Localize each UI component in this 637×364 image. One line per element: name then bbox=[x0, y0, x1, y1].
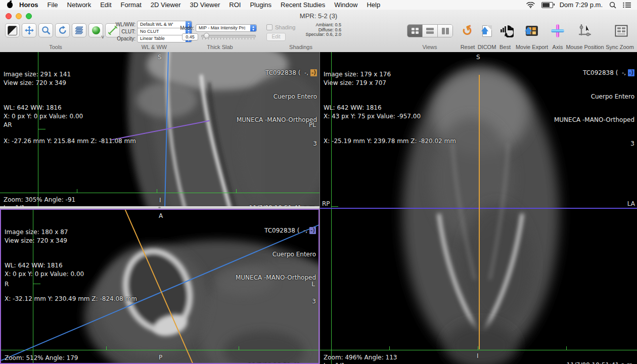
orientation-top: A bbox=[159, 212, 163, 219]
views-rows-button[interactable] bbox=[422, 25, 437, 37]
menu-2d-viewer[interactable]: 2D Viewer bbox=[146, 1, 186, 9]
menu-edit[interactable]: Edit bbox=[96, 1, 116, 9]
mpr-viewer-area: Image size: 291 x 141View size: 720 x 34… bbox=[0, 52, 637, 364]
opacity-row: Opacity: Linear Table▲▼ bbox=[109, 35, 192, 42]
best-label: Best bbox=[495, 44, 515, 50]
orientation-right: PL bbox=[309, 121, 316, 128]
apple-menu-icon[interactable] bbox=[7, 2, 13, 8]
orientation-bottom: P bbox=[159, 354, 162, 361]
slider-thumb-icon[interactable] bbox=[204, 33, 209, 38]
stepper-icon: ▲▼ bbox=[250, 25, 256, 31]
magnifier-icon bbox=[41, 26, 51, 35]
study-info-overlay: TC092838 ( -, -) Cuerpo Entero MUNECA -M… bbox=[236, 211, 316, 321]
notification-center-icon[interactable] bbox=[623, 2, 631, 8]
mpr-panel-coronal[interactable]: Image size: 179 x 176View size: 719 x 70… bbox=[320, 52, 637, 364]
stack-scroll-tool-button[interactable] bbox=[72, 23, 86, 37]
orientation-right: LA bbox=[627, 200, 635, 207]
orientation-bottom: I bbox=[159, 197, 161, 204]
orientation-top: S bbox=[476, 54, 480, 61]
crosshair-tick bbox=[157, 189, 157, 193]
mpr-panel-sagittal[interactable]: Image size: 291 x 141View size: 720 x 34… bbox=[0, 52, 320, 206]
orientation-right: L bbox=[311, 281, 315, 288]
grid-rows-icon bbox=[426, 28, 434, 34]
wlww-contrast-tool-button[interactable] bbox=[5, 23, 20, 37]
shading-edit-button[interactable]: Edit bbox=[266, 33, 286, 41]
crosshair-tick bbox=[106, 346, 107, 350]
menu-network[interactable]: Network bbox=[63, 1, 96, 9]
slab-thickness-field[interactable]: 0.45 bbox=[182, 33, 198, 40]
crosshair-tick bbox=[239, 346, 239, 350]
rotate-icon bbox=[58, 26, 67, 35]
shading-checkbox-row: Shading bbox=[266, 24, 295, 30]
menu-3d-viewer[interactable]: 3D Viewer bbox=[186, 1, 225, 9]
views-segmented-control bbox=[407, 24, 453, 37]
grid-columns-icon bbox=[442, 28, 449, 34]
mouse-position-label: Mouse Position bbox=[564, 44, 606, 50]
shading-checkbox[interactable] bbox=[266, 24, 272, 30]
sync-zoom-button[interactable] bbox=[613, 23, 630, 39]
orientation-left: RP bbox=[322, 200, 330, 207]
menu-plugins[interactable]: Plugins bbox=[245, 1, 276, 9]
slab-thickness-slider[interactable] bbox=[201, 33, 256, 40]
menu-format[interactable]: Format bbox=[116, 1, 146, 9]
views-section-label: Views bbox=[404, 44, 455, 50]
date-branding-overlay: 11/7/09 10:51:41 a.m.Made In Horos bbox=[248, 345, 316, 364]
series-color-badge: -) bbox=[309, 227, 316, 234]
crosshair-tick bbox=[77, 189, 77, 193]
opacity-label: Opacity: bbox=[109, 36, 135, 41]
rotate-tool-button[interactable] bbox=[55, 23, 70, 37]
mouse-position-icon bbox=[577, 23, 593, 38]
reset-button[interactable]: ↺ bbox=[459, 23, 476, 39]
mpr-panel-axial-selected[interactable]: Image size: 180 x 87View size: 720 x 349… bbox=[0, 209, 320, 364]
sphere-icon bbox=[92, 26, 100, 34]
views-2x2-button[interactable] bbox=[407, 25, 422, 37]
clut-label: CLUT: bbox=[109, 29, 135, 34]
zoom-tool-button[interactable] bbox=[38, 23, 53, 37]
reset-icon: ↺ bbox=[460, 22, 475, 40]
layers-icon bbox=[74, 26, 84, 35]
horos-mpr-window: Horos File Network Edit Format 2D Viewer… bbox=[0, 0, 637, 364]
upload-arrow-icon bbox=[525, 27, 532, 31]
menu-horos[interactable]: Horos bbox=[15, 1, 43, 9]
menu-clock[interactable]: Dom 7:29 p.m. bbox=[560, 1, 603, 9]
menu-bar: Horos File Network Edit Format 2D Viewer… bbox=[0, 0, 637, 10]
move-tool-button[interactable] bbox=[22, 23, 36, 37]
menu-recent-studies[interactable]: Recent Studies bbox=[276, 1, 330, 9]
mode-label: Mode: bbox=[178, 25, 194, 31]
battery-icon[interactable] bbox=[541, 2, 553, 8]
zoom-info-overlay: Zoom: 305% Angle: -91Im: 1/1Uncompressed bbox=[4, 179, 75, 206]
axis-line-orange[interactable] bbox=[479, 75, 480, 349]
thick-slab-section-label: Thick Slab bbox=[195, 44, 245, 50]
movie-export-button[interactable] bbox=[523, 23, 540, 39]
splitter-handle-icon bbox=[158, 207, 161, 208]
date-branding-overlay: 11/7/09 10:51:41 a.m.Made In Horos bbox=[567, 345, 634, 364]
date-branding-overlay: 11/7/09 10:51:41 a.m.Made In Horos bbox=[249, 188, 317, 206]
grid-2x2-icon bbox=[412, 28, 419, 34]
orientation-left: R bbox=[5, 281, 9, 288]
wifi-icon[interactable] bbox=[526, 2, 535, 8]
orientation-bottom: I bbox=[477, 352, 479, 359]
menu-roi[interactable]: ROI bbox=[224, 1, 245, 9]
specular-value: Specular: 0.6, 2.0 bbox=[301, 32, 341, 37]
best-rendering-button[interactable] bbox=[498, 23, 515, 39]
menu-help[interactable]: Help bbox=[362, 1, 385, 9]
menu-file[interactable]: File bbox=[43, 1, 63, 9]
spotlight-search-icon[interactable] bbox=[609, 2, 616, 9]
menu-window[interactable]: Window bbox=[330, 1, 362, 9]
mouse-position-button[interactable] bbox=[576, 23, 594, 39]
series-color-badge: -) bbox=[310, 69, 317, 76]
crosshair-tick bbox=[236, 189, 237, 193]
dicom-export-button[interactable] bbox=[478, 23, 495, 39]
series-color-badge: -) bbox=[628, 69, 634, 76]
mode-select[interactable]: MIP - Max Intensity Prc▲▼ bbox=[196, 24, 257, 32]
zoom-info-overlay: Zoom: 496% Angle: 113Im: 1/1Uncompressed bbox=[324, 337, 397, 364]
orientation-left: AR bbox=[4, 121, 12, 128]
more-tools-chevron-icon[interactable]: ˅ bbox=[101, 34, 104, 40]
axis-button[interactable] bbox=[549, 23, 566, 39]
axis-cross-icon bbox=[551, 24, 564, 37]
views-columns-button[interactable] bbox=[437, 25, 452, 37]
zoom-info-overlay: Zoom: 512% Angle: 179Im: 1/1Uncompressed bbox=[5, 338, 78, 364]
window-title: MPR: 5-2 (3) bbox=[0, 12, 637, 20]
sync-zoom-label: Sync Zoom bbox=[604, 44, 635, 50]
shading-checkbox-label: Shading bbox=[275, 24, 295, 30]
